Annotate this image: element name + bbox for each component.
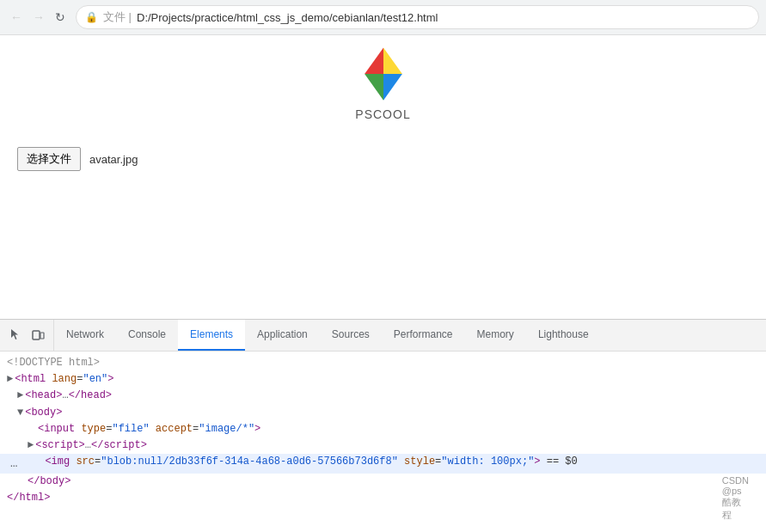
- svg-marker-2: [365, 74, 383, 101]
- three-dots-icon: …: [7, 454, 21, 473]
- logo-text: PSCOOL: [355, 107, 410, 121]
- tab-performance[interactable]: Performance: [382, 320, 465, 351]
- file-name-label: avatar.jpg: [89, 153, 138, 166]
- expand-body[interactable]: ▼: [17, 405, 23, 421]
- code-line-head: ► <head> … </head>: [0, 388, 766, 404]
- devtools-toolbar: Network Console Elements Application Sou…: [0, 320, 766, 352]
- code-line-body-close: </body>: [0, 474, 766, 490]
- lock-icon: 🔒: [85, 11, 98, 23]
- logo-area: PSCOOL: [353, 44, 414, 121]
- tab-network[interactable]: Network: [54, 320, 116, 351]
- code-line-script: ► <script> … </script>: [0, 437, 766, 454]
- file-area: 选择文件 avatar.jpg: [17, 147, 138, 171]
- browser-chrome: ← → ↻ 🔒 文件 | D:/Projects/practice/html_c…: [0, 0, 766, 35]
- code-line-img[interactable]: … <img src = "blob:null/2db33f6f-314a-4a…: [0, 454, 766, 473]
- cursor-icon: [9, 327, 22, 341]
- code-line-html: ► <html lang = "en" >: [0, 371, 766, 388]
- devtools-panel: Network Console Elements Application Sou…: [0, 319, 766, 532]
- svg-rect-4: [33, 331, 40, 339]
- address-bar[interactable]: 🔒 文件 | D:/Projects/practice/html_css_js_…: [76, 5, 759, 29]
- devtools-tabs: Network Console Elements Application Sou…: [54, 320, 601, 351]
- inspect-element-button[interactable]: [7, 326, 24, 345]
- back-button[interactable]: ←: [7, 9, 26, 26]
- expand-script[interactable]: ►: [28, 437, 34, 454]
- nav-buttons: ← → ↻: [7, 9, 69, 26]
- expand-head[interactable]: ►: [17, 388, 23, 404]
- address-url: D:/Projects/practice/html_css_js_demo/ce…: [137, 11, 438, 24]
- pscool-logo: [353, 44, 414, 104]
- doctype-text: <!DOCTYPE html>: [7, 355, 100, 371]
- watermark-text: CSDN @ps酷教程: [722, 475, 749, 522]
- code-line-body-open: ▼ <body>: [0, 405, 766, 421]
- code-line-html-close: </html>: [0, 490, 766, 506]
- reload-button[interactable]: ↻: [52, 9, 69, 26]
- page-content: PSCOOL 选择文件 avatar.jpg: [0, 35, 766, 319]
- tab-lighthouse[interactable]: Lighthouse: [526, 320, 601, 351]
- svg-marker-3: [383, 74, 402, 101]
- device-icon: [31, 327, 45, 341]
- tab-sources[interactable]: Sources: [320, 320, 382, 351]
- device-toggle-button[interactable]: [29, 326, 46, 345]
- devtools-code-content: <!DOCTYPE html> ► <html lang = "en" > ► …: [0, 352, 766, 532]
- forward-button[interactable]: →: [29, 9, 48, 26]
- code-line-input: <input type = "file" accept = "image/*" …: [0, 421, 766, 437]
- expand-html[interactable]: ►: [7, 371, 13, 388]
- address-separator: 文件 |: [103, 9, 132, 25]
- svg-marker-0: [365, 47, 383, 74]
- tab-application[interactable]: Application: [245, 320, 320, 351]
- tab-console[interactable]: Console: [116, 320, 178, 351]
- tab-elements[interactable]: Elements: [178, 320, 245, 351]
- devtools-icon-group: [0, 320, 54, 351]
- svg-marker-1: [383, 47, 402, 74]
- file-choose-button[interactable]: 选择文件: [17, 147, 81, 171]
- tab-memory[interactable]: Memory: [465, 320, 526, 351]
- svg-rect-5: [40, 333, 44, 339]
- code-line-doctype: <!DOCTYPE html>: [0, 355, 766, 371]
